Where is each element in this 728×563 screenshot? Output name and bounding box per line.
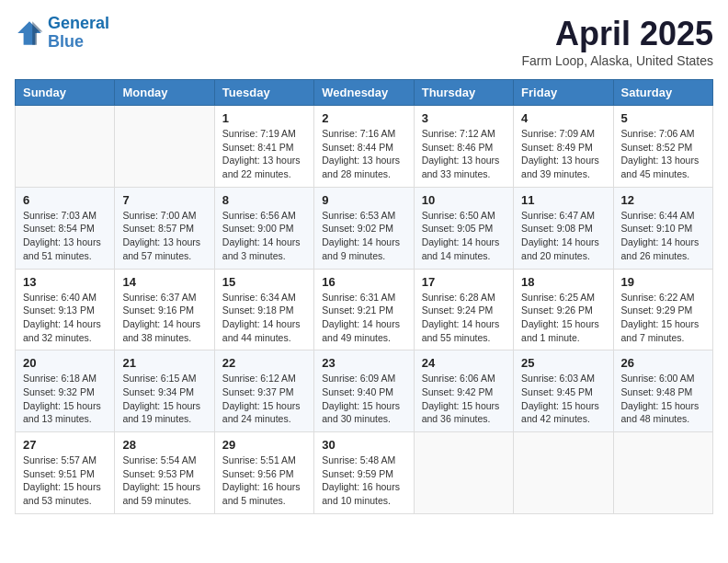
- calendar-cell: 8Sunrise: 6:56 AM Sunset: 9:00 PM Daylig…: [214, 187, 313, 269]
- day-number: 1: [222, 111, 306, 125]
- calendar-cell: 22Sunrise: 6:12 AM Sunset: 9:37 PM Dayli…: [214, 350, 313, 432]
- day-info: Sunrise: 5:51 AM Sunset: 9:56 PM Dayligh…: [222, 454, 306, 508]
- day-info: Sunrise: 7:12 AM Sunset: 8:46 PM Dayligh…: [422, 127, 506, 181]
- calendar-week-2: 6Sunrise: 7:03 AM Sunset: 8:54 PM Daylig…: [16, 187, 713, 269]
- calendar-cell: 19Sunrise: 6:22 AM Sunset: 9:29 PM Dayli…: [613, 269, 712, 350]
- calendar-cell: 9Sunrise: 6:53 AM Sunset: 9:02 PM Daylig…: [314, 187, 414, 269]
- day-number: 24: [422, 356, 506, 370]
- day-number: 16: [322, 275, 405, 289]
- calendar-cell: [514, 432, 613, 514]
- calendar-header-row: SundayMondayTuesdayWednesdayThursdayFrid…: [16, 80, 713, 106]
- day-number: 18: [521, 275, 605, 289]
- calendar-cell: 6Sunrise: 7:03 AM Sunset: 8:54 PM Daylig…: [16, 187, 115, 269]
- day-info: Sunrise: 6:47 AM Sunset: 9:08 PM Dayligh…: [521, 209, 605, 263]
- day-number: 29: [222, 438, 306, 452]
- day-header-friday: Friday: [514, 80, 613, 106]
- calendar-cell: 5Sunrise: 7:06 AM Sunset: 8:52 PM Daylig…: [613, 106, 712, 188]
- day-number: 22: [222, 356, 306, 370]
- calendar-cell: 17Sunrise: 6:28 AM Sunset: 9:24 PM Dayli…: [414, 269, 513, 350]
- day-number: 7: [122, 193, 206, 207]
- day-header-monday: Monday: [115, 80, 214, 106]
- calendar-cell: [115, 106, 214, 188]
- day-info: Sunrise: 6:03 AM Sunset: 9:45 PM Dayligh…: [521, 372, 605, 426]
- day-info: Sunrise: 6:12 AM Sunset: 9:37 PM Dayligh…: [222, 372, 306, 426]
- day-header-sunday: Sunday: [16, 80, 115, 106]
- calendar-cell: 26Sunrise: 6:00 AM Sunset: 9:48 PM Dayli…: [613, 350, 712, 432]
- calendar-cell: 3Sunrise: 7:12 AM Sunset: 8:46 PM Daylig…: [414, 106, 513, 188]
- calendar-cell: 14Sunrise: 6:37 AM Sunset: 9:16 PM Dayli…: [115, 269, 214, 350]
- day-info: Sunrise: 6:06 AM Sunset: 9:42 PM Dayligh…: [422, 372, 506, 426]
- day-number: 30: [322, 438, 405, 452]
- day-header-saturday: Saturday: [613, 80, 712, 106]
- logo-text-line2: Blue: [48, 33, 109, 52]
- day-number: 8: [222, 193, 306, 207]
- day-info: Sunrise: 6:40 AM Sunset: 9:13 PM Dayligh…: [23, 291, 107, 345]
- calendar-cell: 13Sunrise: 6:40 AM Sunset: 9:13 PM Dayli…: [16, 269, 115, 350]
- day-number: 19: [621, 275, 705, 289]
- calendar-cell: 11Sunrise: 6:47 AM Sunset: 9:08 PM Dayli…: [514, 187, 613, 269]
- day-info: Sunrise: 5:48 AM Sunset: 9:59 PM Dayligh…: [322, 454, 405, 508]
- day-info: Sunrise: 7:16 AM Sunset: 8:44 PM Dayligh…: [322, 127, 405, 181]
- calendar-cell: [613, 432, 712, 514]
- day-number: 13: [23, 275, 107, 289]
- day-number: 25: [521, 356, 605, 370]
- day-number: 21: [122, 356, 206, 370]
- logo-text-line1: General: [48, 15, 109, 33]
- day-info: Sunrise: 6:00 AM Sunset: 9:48 PM Dayligh…: [621, 372, 705, 426]
- day-info: Sunrise: 6:15 AM Sunset: 9:34 PM Dayligh…: [122, 372, 206, 426]
- day-info: Sunrise: 6:56 AM Sunset: 9:00 PM Dayligh…: [222, 209, 306, 263]
- calendar-cell: 2Sunrise: 7:16 AM Sunset: 8:44 PM Daylig…: [314, 106, 414, 188]
- day-header-thursday: Thursday: [414, 80, 513, 106]
- day-info: Sunrise: 5:54 AM Sunset: 9:53 PM Dayligh…: [122, 454, 206, 508]
- day-info: Sunrise: 6:34 AM Sunset: 9:18 PM Dayligh…: [222, 291, 306, 345]
- calendar-cell: 12Sunrise: 6:44 AM Sunset: 9:10 PM Dayli…: [613, 187, 712, 269]
- day-number: 4: [521, 111, 605, 125]
- day-header-wednesday: Wednesday: [314, 80, 414, 106]
- day-info: Sunrise: 7:06 AM Sunset: 8:52 PM Dayligh…: [621, 127, 705, 181]
- calendar-cell: 18Sunrise: 6:25 AM Sunset: 9:26 PM Dayli…: [514, 269, 613, 350]
- day-number: 26: [621, 356, 705, 370]
- calendar-cell: 15Sunrise: 6:34 AM Sunset: 9:18 PM Dayli…: [214, 269, 313, 350]
- day-number: 14: [122, 275, 206, 289]
- calendar-cell: 21Sunrise: 6:15 AM Sunset: 9:34 PM Dayli…: [115, 350, 214, 432]
- day-info: Sunrise: 7:09 AM Sunset: 8:49 PM Dayligh…: [521, 127, 605, 181]
- day-info: Sunrise: 6:31 AM Sunset: 9:21 PM Dayligh…: [322, 291, 405, 345]
- calendar-cell: 10Sunrise: 6:50 AM Sunset: 9:05 PM Dayli…: [414, 187, 513, 269]
- day-header-tuesday: Tuesday: [214, 80, 313, 106]
- calendar-table: SundayMondayTuesdayWednesdayThursdayFrid…: [15, 79, 713, 514]
- day-number: 10: [422, 193, 506, 207]
- day-info: Sunrise: 5:57 AM Sunset: 9:51 PM Dayligh…: [23, 454, 107, 508]
- day-info: Sunrise: 6:53 AM Sunset: 9:02 PM Dayligh…: [322, 209, 405, 263]
- calendar-cell: 24Sunrise: 6:06 AM Sunset: 9:42 PM Dayli…: [414, 350, 513, 432]
- calendar-cell: 29Sunrise: 5:51 AM Sunset: 9:56 PM Dayli…: [214, 432, 313, 514]
- day-number: 20: [23, 356, 107, 370]
- calendar-cell: 30Sunrise: 5:48 AM Sunset: 9:59 PM Dayli…: [314, 432, 414, 514]
- calendar-cell: 4Sunrise: 7:09 AM Sunset: 8:49 PM Daylig…: [514, 106, 613, 188]
- logo-icon: [15, 18, 44, 48]
- day-info: Sunrise: 6:18 AM Sunset: 9:32 PM Dayligh…: [23, 372, 107, 426]
- day-number: 23: [322, 356, 405, 370]
- header: General Blue April 2025 Farm Loop, Alask…: [15, 15, 713, 68]
- day-number: 12: [621, 193, 705, 207]
- day-number: 15: [222, 275, 306, 289]
- day-number: 2: [322, 111, 405, 125]
- day-number: 6: [23, 193, 107, 207]
- day-info: Sunrise: 7:00 AM Sunset: 8:57 PM Dayligh…: [122, 209, 206, 263]
- day-number: 3: [422, 111, 506, 125]
- day-info: Sunrise: 6:44 AM Sunset: 9:10 PM Dayligh…: [621, 209, 705, 263]
- calendar-cell: 25Sunrise: 6:03 AM Sunset: 9:45 PM Dayli…: [514, 350, 613, 432]
- calendar-week-5: 27Sunrise: 5:57 AM Sunset: 9:51 PM Dayli…: [16, 432, 713, 514]
- svg-marker-0: [17, 21, 41, 45]
- calendar-week-3: 13Sunrise: 6:40 AM Sunset: 9:13 PM Dayli…: [16, 269, 713, 350]
- day-number: 17: [422, 275, 506, 289]
- day-info: Sunrise: 7:03 AM Sunset: 8:54 PM Dayligh…: [23, 209, 107, 263]
- day-info: Sunrise: 7:19 AM Sunset: 8:41 PM Dayligh…: [222, 127, 306, 181]
- calendar-subtitle: Farm Loop, Alaska, United States: [521, 53, 713, 68]
- calendar-week-4: 20Sunrise: 6:18 AM Sunset: 9:32 PM Dayli…: [16, 350, 713, 432]
- day-number: 11: [521, 193, 605, 207]
- day-info: Sunrise: 6:28 AM Sunset: 9:24 PM Dayligh…: [422, 291, 506, 345]
- day-number: 27: [23, 438, 107, 452]
- day-number: 9: [322, 193, 405, 207]
- calendar-cell: [414, 432, 513, 514]
- calendar-title: April 2025: [521, 15, 713, 53]
